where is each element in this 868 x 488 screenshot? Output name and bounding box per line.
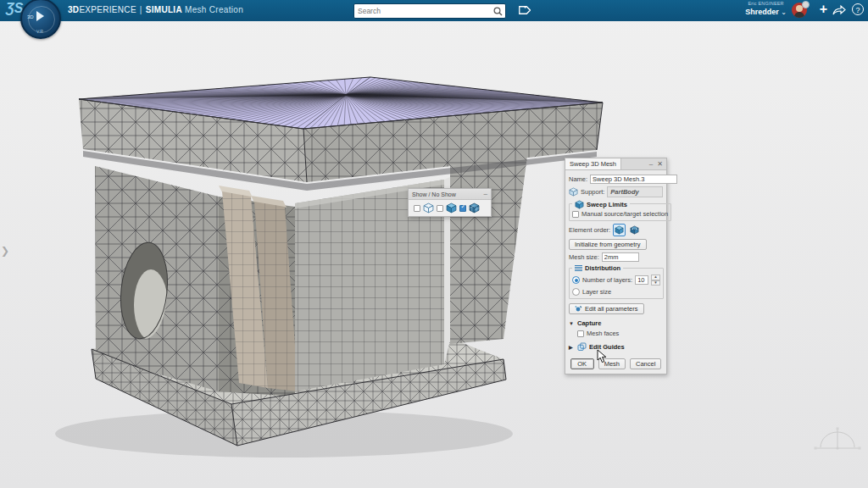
name-input[interactable] — [590, 175, 677, 184]
element-order-quadratic-button[interactable] — [628, 224, 641, 236]
app-window: { "header": { "bar_color": "#0f567e", "b… — [0, 0, 868, 488]
sweep-3d-mesh-dialog: Sweep 3D Mesh – ✕ Name: Support: PartBod… — [565, 158, 667, 374]
capture-section[interactable]: ▼ Capture — [569, 319, 663, 327]
add-content-icon[interactable]: + — [820, 2, 827, 17]
search-bar[interactable] — [353, 3, 506, 19]
notification-badge — [802, 1, 810, 8]
tag-icon[interactable] — [515, 3, 531, 18]
distribution-title: Distribution — [585, 264, 620, 272]
ok-button[interactable]: OK — [570, 358, 594, 369]
shaded-checkbox[interactable] — [437, 205, 443, 212]
show-noshow-panel: Show / No Show – — [408, 188, 492, 217]
linear-cube-icon — [615, 225, 624, 235]
show-noshow-titlebar[interactable]: Show / No Show – — [409, 189, 491, 200]
show-noshow-toggles — [409, 200, 491, 216]
share-icon[interactable] — [832, 3, 846, 17]
sweep-limits-group: Sweep Limits Manual source/target select… — [569, 203, 671, 221]
close-icon[interactable]: ✕ — [657, 160, 663, 169]
edit-parameters-icon — [575, 305, 582, 313]
expand-panel-chevron-icon[interactable]: ❯ — [1, 245, 9, 257]
number-of-layers-label: Number of layers: — [582, 276, 632, 284]
quadratic-cube-icon — [630, 225, 639, 235]
search-input[interactable] — [354, 7, 493, 15]
compass-3d-label: 3D — [27, 14, 34, 19]
edit-all-parameters-button[interactable]: Edit all parameters — [569, 303, 644, 314]
edit-guides-section[interactable]: ▶ Edit Guides — [569, 342, 663, 352]
user-name: Shredder — [745, 8, 779, 16]
mesh-faces-checkbox[interactable] — [577, 330, 584, 337]
spinner-down-icon: ▼ — [651, 280, 659, 286]
edit-guides-icon — [577, 342, 587, 352]
compass-play-icon[interactable] — [36, 11, 44, 21]
name-label: Name: — [569, 175, 587, 183]
show-noshow-title: Show / No Show — [412, 191, 456, 197]
app-title: 3DEXPERIENCE|SIMULIA Mesh Creation — [68, 5, 243, 14]
manual-selection-checkbox[interactable] — [572, 211, 579, 218]
element-order-linear-button[interactable] — [613, 224, 626, 236]
mesh-checkbox[interactable] — [459, 205, 466, 212]
search-icon[interactable] — [493, 7, 503, 16]
distribution-group: Distribution Number of layers: ▲ ▼ Layer… — [569, 268, 664, 299]
support-cube-icon — [569, 187, 578, 197]
compass-vr-label: V.R — [36, 29, 43, 34]
user-role: Eric ENGINEER — [745, 2, 787, 7]
support-value[interactable]: PartBody — [607, 186, 663, 197]
minimize-icon[interactable]: – — [484, 190, 487, 198]
mesh-faces-label: Mesh faces — [587, 330, 619, 337]
mouse-cursor — [597, 349, 609, 364]
number-of-layers-radio[interactable] — [572, 276, 580, 284]
wireframe-checkbox[interactable] — [414, 205, 420, 212]
wireframe-cube-icon[interactable] — [423, 202, 434, 214]
number-of-layers-input[interactable] — [635, 275, 648, 285]
layer-size-radio[interactable] — [572, 288, 580, 296]
view-axis-compass[interactable] — [812, 420, 863, 461]
minimize-icon[interactable]: – — [649, 160, 653, 169]
collapse-triangle-icon[interactable]: ▼ — [569, 321, 575, 326]
initialize-from-geometry-button[interactable]: Initialize from geometry — [569, 239, 647, 250]
chevron-down-icon: ⌄ — [781, 8, 787, 16]
shaded-cube-icon[interactable] — [446, 202, 457, 214]
mesh-cube-icon[interactable] — [469, 202, 480, 214]
mesh-size-input[interactable] — [602, 252, 639, 262]
viewport-3d[interactable] — [0, 0, 868, 488]
element-order-label: Element order: — [569, 226, 610, 234]
expand-triangle-icon[interactable]: ▶ — [569, 344, 575, 350]
distribution-icon — [575, 264, 582, 272]
layer-size-label: Layer size — [582, 288, 611, 296]
play-compass[interactable]: 3D V.R — [20, 0, 61, 39]
cancel-button[interactable]: Cancel — [630, 358, 661, 369]
layers-spinner[interactable]: ▲ ▼ — [651, 274, 659, 286]
sweep-limits-icon — [575, 200, 584, 209]
help-icon[interactable]: ? — [852, 3, 864, 15]
dialog-title: Sweep 3D Mesh — [565, 158, 621, 169]
sweep-limits-title: Sweep Limits — [587, 201, 627, 208]
dialog-titlebar[interactable]: Sweep 3D Mesh – ✕ — [565, 158, 666, 170]
user-menu[interactable]: Eric ENGINEER Shredder ⌄ — [745, 2, 787, 16]
manual-selection-label: Manual source/target selection — [581, 210, 668, 218]
top-header-bar: ƷS 3DEXPERIENCE|SIMULIA Mesh Creation Er… — [0, 0, 868, 21]
capture-title: Capture — [577, 319, 601, 327]
support-label: Support: — [581, 188, 604, 196]
right-pillar — [450, 156, 527, 344]
mesh-size-label: Mesh size: — [569, 253, 599, 261]
